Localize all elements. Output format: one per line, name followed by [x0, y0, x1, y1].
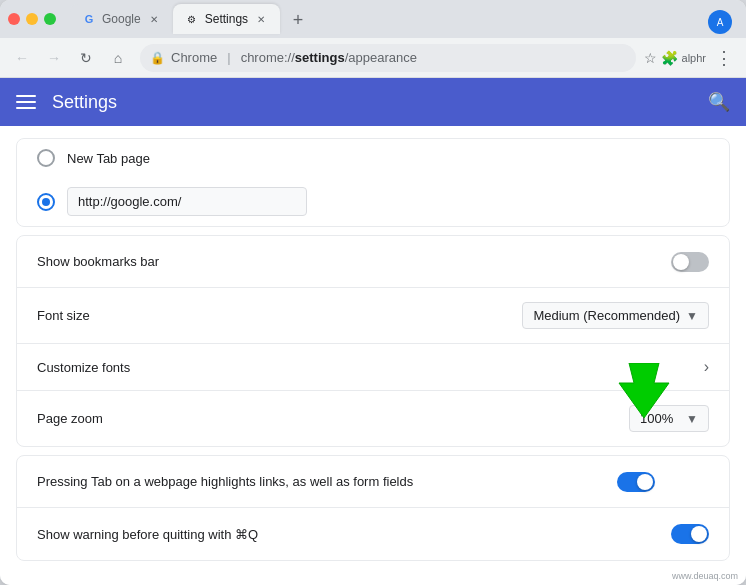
radio-google-url-row[interactable]: http://google.com/ [17, 177, 729, 226]
page-zoom-control: 100% ▼ [629, 405, 709, 432]
address-divider: | [227, 50, 230, 65]
lock-icon: 🔒 [150, 51, 165, 65]
customize-fonts-label: Customize fonts [37, 360, 704, 375]
home-button[interactable]: ⌂ [104, 44, 132, 72]
warn-quit-toggle-thumb [691, 526, 707, 542]
tab-google-label: Google [102, 12, 141, 26]
minimize-button[interactable] [26, 13, 38, 25]
font-size-label: Font size [37, 308, 522, 323]
forward-button[interactable]: → [40, 44, 68, 72]
warn-quit-row: Show warning before quitting with ⌘Q [17, 508, 729, 560]
warn-quit-toggle[interactable] [671, 524, 709, 544]
profile-button[interactable]: A [708, 10, 732, 34]
page-zoom-label: Page zoom [37, 411, 629, 426]
url-input[interactable]: http://google.com/ [67, 187, 307, 216]
radio-new-tab[interactable] [37, 149, 55, 167]
tab-highlights-toggle-thumb [637, 474, 653, 490]
font-size-dropdown[interactable]: Medium (Recommended) ▼ [522, 302, 709, 329]
address-chrome-text: Chrome [171, 50, 217, 65]
tab-settings[interactable]: ⚙ Settings ✕ [173, 4, 280, 34]
title-bar: G Google ✕ ⚙ Settings ✕ + A [0, 0, 746, 38]
address-url: chrome://settings/appearance [241, 50, 417, 65]
tabs-bar: G Google ✕ ⚙ Settings ✕ + A [70, 4, 738, 34]
tab-highlights-toggle[interactable] [617, 472, 655, 492]
menu-button[interactable]: ⋮ [710, 44, 738, 72]
warn-quit-control [671, 524, 709, 544]
page-zoom-value: 100% [640, 411, 673, 426]
advanced-section: Pressing Tab on a webpage highlights lin… [16, 455, 730, 561]
tab-google-close[interactable]: ✕ [147, 12, 161, 26]
font-size-dropdown-arrow: ▼ [686, 309, 698, 323]
close-button[interactable] [8, 13, 20, 25]
extension-button[interactable]: 🧩 [661, 50, 678, 66]
settings-content: New Tab page http://google.com/ Show boo… [0, 126, 746, 585]
tab-google[interactable]: G Google ✕ [70, 4, 173, 34]
traffic-lights [8, 13, 56, 25]
tab-settings-label: Settings [205, 12, 248, 26]
watermark: www.deuaq.com [672, 571, 738, 581]
back-button[interactable]: ← [8, 44, 36, 72]
settings-header: Settings 🔍 [0, 78, 746, 126]
page-zoom-dropdown[interactable]: 100% ▼ [629, 405, 709, 432]
bookmarks-bar-toggle[interactable] [671, 252, 709, 272]
customize-fonts-row[interactable]: Customize fonts › [17, 344, 729, 391]
navigation-bar: ← → ↻ ⌂ 🔒 Chrome | chrome://settings/app… [0, 38, 746, 78]
radio-google-url-dot [42, 198, 50, 206]
warn-quit-label: Show warning before quitting with ⌘Q [37, 527, 671, 542]
star-button[interactable]: ☆ [644, 50, 657, 66]
radio-new-tab-row[interactable]: New Tab page [17, 139, 729, 177]
radio-google-url[interactable] [37, 193, 55, 211]
refresh-button[interactable]: ↻ [72, 44, 100, 72]
startup-section: New Tab page http://google.com/ [16, 138, 730, 227]
page-zoom-dropdown-arrow: ▼ [686, 412, 698, 426]
new-tab-button[interactable]: + [284, 6, 312, 34]
maximize-button[interactable] [44, 13, 56, 25]
extension-label: alphr [682, 52, 706, 64]
bookmarks-bar-row: Show bookmarks bar [17, 236, 729, 288]
radio-new-tab-label: New Tab page [67, 151, 150, 166]
settings-favicon: ⚙ [185, 12, 199, 26]
bookmarks-bar-toggle-thumb [673, 254, 689, 270]
font-size-value: Medium (Recommended) [533, 308, 680, 323]
hamburger-menu-button[interactable] [16, 95, 36, 109]
tab-settings-close[interactable]: ✕ [254, 12, 268, 26]
tab-highlights-row: Pressing Tab on a webpage highlights lin… [17, 456, 729, 508]
appearance-section: Show bookmarks bar Font size Medium (Rec… [16, 235, 730, 447]
google-favicon: G [82, 12, 96, 26]
search-settings-button[interactable]: 🔍 [708, 91, 730, 113]
bookmarks-bar-label: Show bookmarks bar [37, 254, 671, 269]
tab-highlights-control [617, 472, 655, 492]
settings-title: Settings [52, 92, 708, 113]
customize-fonts-arrow: › [704, 358, 709, 376]
font-size-row: Font size Medium (Recommended) ▼ [17, 288, 729, 344]
page-zoom-row: Page zoom 100% ▼ [17, 391, 729, 446]
bookmarks-bar-control [671, 252, 709, 272]
font-size-control: Medium (Recommended) ▼ [522, 302, 709, 329]
tab-highlights-label: Pressing Tab on a webpage highlights lin… [37, 474, 617, 489]
address-bar[interactable]: 🔒 Chrome | chrome://settings/appearance [140, 44, 636, 72]
